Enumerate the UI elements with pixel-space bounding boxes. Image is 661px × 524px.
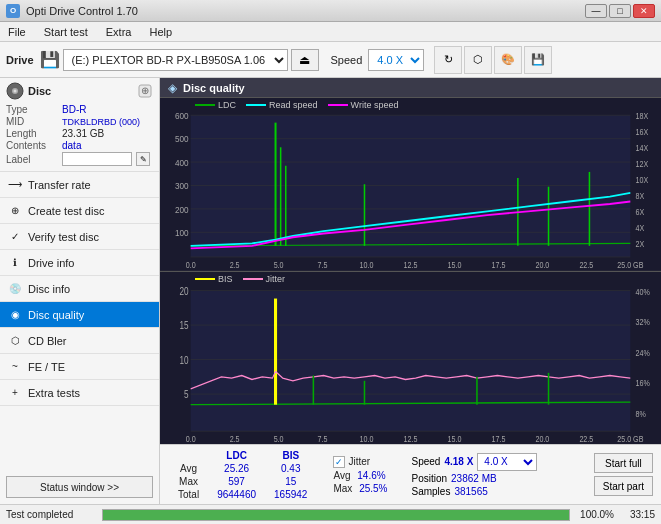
status-percent: 100.0% [576, 509, 614, 520]
svg-text:8%: 8% [635, 407, 646, 418]
disc-section: Disc ⊕ Type BD-R MID TDKBLDRBD (000) Len… [0, 78, 159, 172]
progress-bar-fill [103, 510, 569, 520]
bis-legend-color [195, 278, 215, 280]
sidebar-item-cd-bler[interactable]: ⬡ CD Bler [0, 328, 159, 354]
speed-label-s: Speed [411, 456, 440, 467]
svg-text:7.5: 7.5 [318, 432, 328, 443]
sidebar-item-verify-test-disc[interactable]: ✓ Verify test disc [0, 224, 159, 250]
minimize-button[interactable]: — [585, 4, 607, 18]
menu-help[interactable]: Help [145, 25, 176, 39]
chart-top-legend: LDC Read speed Write speed [195, 100, 398, 110]
svg-text:6X: 6X [635, 207, 644, 217]
max-ldc: 597 [209, 476, 264, 487]
sidebar-item-drive-info-label: Drive info [28, 257, 74, 269]
svg-text:15: 15 [180, 318, 189, 330]
position-label: Position [411, 473, 447, 484]
disc-quality-icon: ◉ [8, 308, 22, 322]
drive-select[interactable]: (E:) PLEXTOR BD-R PX-LB950SA 1.06 [63, 49, 288, 71]
svg-text:20.0: 20.0 [535, 260, 549, 270]
svg-text:400: 400 [175, 157, 189, 168]
app-icon: O [6, 4, 20, 18]
fe-te-icon: ~ [8, 360, 22, 374]
write-speed-legend-label: Write speed [351, 100, 399, 110]
status-time: 33:15 [620, 509, 655, 520]
read-speed-legend-color [246, 104, 266, 106]
settings-button[interactable]: ⬡ [464, 46, 492, 74]
menu-file[interactable]: File [4, 25, 30, 39]
disc-length-label: Length [6, 128, 58, 139]
close-button[interactable]: ✕ [633, 4, 655, 18]
sidebar-item-transfer-rate[interactable]: ⟶ Transfer rate [0, 172, 159, 198]
svg-text:2.5: 2.5 [230, 260, 240, 270]
svg-text:12.5: 12.5 [404, 260, 418, 270]
chart-top-svg: 600 500 400 300 200 100 18X 16X 14X 12X … [160, 98, 661, 271]
speed-row: Speed 4.18 X 4.0 X [411, 453, 537, 471]
sidebar-item-disc-quality-label: Disc quality [28, 309, 84, 321]
start-buttons: Start full Start part [594, 453, 653, 496]
jitter-checkbox[interactable]: ✓ [333, 456, 345, 468]
samples-label: Samples [411, 486, 450, 497]
speed-select-stats[interactable]: 4.0 X [477, 453, 537, 471]
svg-text:10: 10 [180, 353, 189, 365]
maximize-button[interactable]: □ [609, 4, 631, 18]
svg-text:32%: 32% [635, 316, 650, 327]
status-window-button[interactable]: Status window >> [6, 476, 153, 498]
svg-text:24%: 24% [635, 346, 650, 357]
label-edit-button[interactable]: ✎ [136, 152, 150, 166]
svg-text:5.0: 5.0 [274, 432, 284, 443]
nav-list: ⟶ Transfer rate ⊕ Create test disc ✓ Ver… [0, 172, 159, 406]
transfer-rate-icon: ⟶ [8, 178, 22, 192]
svg-text:5.0: 5.0 [274, 260, 284, 270]
start-part-button[interactable]: Start part [594, 476, 653, 496]
sidebar-item-disc-info[interactable]: 💿 Disc info [0, 276, 159, 302]
drive-info-icon: ℹ [8, 256, 22, 270]
menu-start-test[interactable]: Start test [40, 25, 92, 39]
avg-bis: 0.43 [266, 463, 315, 474]
svg-text:12X: 12X [635, 159, 648, 169]
speed-select[interactable]: 4.0 X [368, 49, 424, 71]
eject-button[interactable]: ⏏ [291, 49, 319, 71]
palette-button[interactable]: 🎨 [494, 46, 522, 74]
svg-text:0.0: 0.0 [186, 432, 196, 443]
svg-text:⊕: ⊕ [141, 85, 149, 96]
position-value: 23862 MB [451, 473, 497, 484]
extra-tests-icon: + [8, 386, 22, 400]
svg-text:4X: 4X [635, 223, 644, 233]
create-test-disc-icon: ⊕ [8, 204, 22, 218]
max-bis: 15 [266, 476, 315, 487]
disc-expand-icon: ⊕ [137, 83, 153, 99]
svg-text:25.0 GB: 25.0 GB [617, 432, 644, 443]
disc-mid-value: TDKBLDRBD (000) [62, 117, 140, 127]
svg-text:7.5: 7.5 [318, 260, 328, 270]
refresh-button[interactable]: ↻ [434, 46, 462, 74]
drive-label: Drive [6, 54, 34, 66]
start-full-button[interactable]: Start full [594, 453, 653, 473]
speed-label: Speed [331, 54, 363, 66]
jitter-avg-value: 14.6% [357, 470, 385, 481]
svg-text:16%: 16% [635, 377, 650, 388]
sidebar-item-extra-tests[interactable]: + Extra tests [0, 380, 159, 406]
total-label: Total [170, 489, 207, 500]
svg-text:20: 20 [180, 284, 189, 296]
disc-label-input[interactable] [62, 152, 132, 166]
menu-extra[interactable]: Extra [102, 25, 136, 39]
chart-header-icon: ◈ [168, 81, 177, 95]
samples-value: 381565 [454, 486, 487, 497]
svg-text:5: 5 [184, 387, 189, 399]
avg-ldc: 25.26 [209, 463, 264, 474]
sidebar-item-drive-info[interactable]: ℹ Drive info [0, 250, 159, 276]
chart-bottom-legend: BIS Jitter [195, 274, 285, 284]
disc-header-text: Disc [28, 85, 51, 97]
svg-text:2.5: 2.5 [230, 432, 240, 443]
disc-length-row: Length 23.31 GB [6, 128, 153, 139]
sidebar-item-create-test-disc[interactable]: ⊕ Create test disc [0, 198, 159, 224]
sidebar-item-disc-quality[interactable]: ◉ Disc quality [0, 302, 159, 328]
svg-text:10.0: 10.0 [360, 260, 374, 270]
svg-text:0.0: 0.0 [186, 260, 196, 270]
ldc-legend-color [195, 104, 215, 106]
total-ldc: 9644460 [209, 489, 264, 500]
save-button[interactable]: 💾 [524, 46, 552, 74]
jitter-legend-label: Jitter [266, 274, 286, 284]
read-speed-legend-label: Read speed [269, 100, 318, 110]
sidebar-item-fe-te[interactable]: ~ FE / TE [0, 354, 159, 380]
